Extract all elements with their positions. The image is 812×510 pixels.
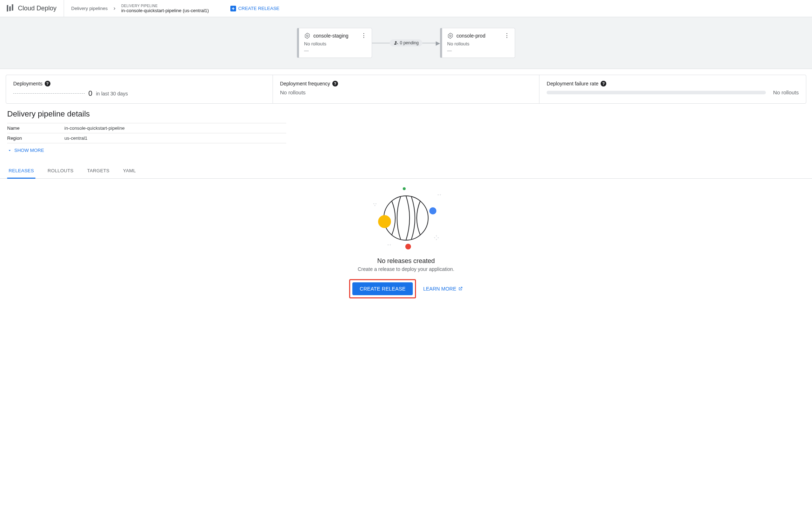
- pipeline-graph: console-staging ⋮ No rollouts — ▶ 0 pend…: [0, 17, 812, 69]
- learn-more-label: LEARN MORE: [423, 286, 456, 292]
- breadcrumb-label: DELIVERY PIPELINE: [121, 4, 209, 8]
- metric-failure-rate: Deployment failure rate ? No rollouts: [539, 75, 806, 103]
- plus-icon: +: [230, 6, 236, 11]
- pending-badge[interactable]: 0 pending: [390, 39, 422, 46]
- metric-deployments: Deployments ? 0 in last 30 days: [6, 75, 273, 103]
- metric-title: Deployments: [13, 81, 43, 86]
- detail-row: Region us-central1: [7, 133, 286, 143]
- show-more-button[interactable]: SHOW MORE: [7, 148, 805, 153]
- stage-name: console-prod: [456, 33, 501, 39]
- metric-title: Deployment failure rate: [547, 81, 598, 86]
- svg-point-0: [307, 35, 308, 37]
- create-release-button[interactable]: CREATE RELEASE: [352, 282, 412, 295]
- detail-key: Region: [7, 135, 64, 141]
- svg-point-13: [434, 237, 435, 238]
- svg-point-3: [378, 215, 391, 228]
- help-icon[interactable]: ?: [332, 81, 338, 86]
- svg-point-11: [438, 237, 439, 238]
- target-icon: [304, 33, 310, 39]
- stage-dash: —: [447, 48, 510, 53]
- cloud-deploy-icon: [6, 4, 14, 13]
- detail-val: us-central1: [64, 135, 87, 141]
- arrow-right-icon: ▶: [436, 40, 440, 46]
- help-icon[interactable]: ?: [601, 81, 606, 86]
- svg-point-14: [438, 194, 439, 195]
- svg-point-6: [403, 187, 406, 190]
- svg-point-5: [405, 244, 411, 249]
- metric-count: 0: [88, 89, 92, 98]
- svg-point-9: [375, 205, 376, 206]
- svg-point-2: [384, 196, 428, 240]
- page-header: Cloud Deploy Delivery pipelines DELIVERY…: [0, 0, 812, 17]
- svg-point-4: [429, 207, 436, 214]
- show-more-label: SHOW MORE: [14, 148, 44, 153]
- details-heading: Delivery pipeline details: [7, 109, 805, 119]
- metric-suffix: in last 30 days: [96, 91, 128, 96]
- learn-more-link[interactable]: LEARN MORE: [423, 286, 463, 292]
- more-vert-icon[interactable]: ⋮: [361, 33, 367, 39]
- svg-point-16: [388, 244, 389, 246]
- empty-illustration: [367, 186, 445, 250]
- tab-yaml[interactable]: YAML: [122, 164, 137, 178]
- breadcrumb-parent[interactable]: Delivery pipelines: [71, 6, 108, 11]
- svg-point-8: [376, 203, 377, 204]
- help-icon[interactable]: ?: [45, 81, 50, 86]
- breadcrumb-value: in-console-quickstart-pipeline (us-centr…: [121, 8, 209, 13]
- empty-state: No releases created Create a release to …: [0, 179, 812, 313]
- metric-frequency: Deployment frequency ? No rollouts: [273, 75, 540, 103]
- breadcrumb-current: DELIVERY PIPELINE in-console-quickstart-…: [121, 4, 209, 13]
- stage-card-staging[interactable]: console-staging ⋮ No rollouts —: [297, 28, 372, 58]
- svg-point-10: [436, 236, 437, 237]
- stage-card-prod[interactable]: console-prod ⋮ No rollouts —: [440, 28, 515, 58]
- create-release-top-button[interactable]: + CREATE RELEASE: [230, 6, 279, 11]
- product-name: Cloud Deploy: [18, 5, 57, 12]
- svg-point-7: [373, 203, 375, 204]
- svg-point-1: [450, 35, 451, 37]
- failure-bar-empty: [547, 91, 766, 94]
- metric-title: Deployment frequency: [280, 81, 330, 86]
- more-vert-icon[interactable]: ⋮: [504, 33, 510, 39]
- metrics-panel: Deployments ? 0 in last 30 days Deployme…: [6, 75, 806, 104]
- breadcrumb: Delivery pipelines DELIVERY PIPELINE in-…: [64, 0, 216, 17]
- tabs: RELEASES ROLLOUTS TARGETS YAML: [0, 164, 812, 179]
- svg-point-12: [436, 239, 437, 240]
- empty-title: No releases created: [377, 257, 435, 265]
- sparkline-empty: [13, 93, 85, 94]
- metric-value: No rollouts: [773, 89, 799, 95]
- stage-name: console-staging: [313, 33, 358, 39]
- stage-status: No rollouts: [447, 41, 510, 46]
- chevron-right-icon: [112, 6, 117, 11]
- stage-dash: —: [304, 48, 367, 53]
- stage-connector: ▶ 0 pending: [372, 40, 440, 46]
- svg-point-17: [390, 244, 391, 246]
- create-release-top-label: CREATE RELEASE: [238, 6, 279, 11]
- tab-targets[interactable]: TARGETS: [86, 164, 111, 178]
- target-icon: [447, 33, 454, 39]
- empty-subtitle: Create a release to deploy your applicat…: [358, 266, 454, 272]
- pending-badge-text: 0 pending: [400, 40, 419, 45]
- chevron-down-icon: [7, 148, 12, 153]
- external-link-icon: [458, 286, 463, 291]
- svg-point-15: [440, 194, 441, 195]
- detail-key: Name: [7, 125, 64, 131]
- tab-rollouts[interactable]: ROLLOUTS: [46, 164, 75, 178]
- metric-value: No rollouts: [280, 89, 532, 95]
- product-logo: Cloud Deploy: [6, 0, 64, 17]
- detail-row: Name in-console-quickstart-pipeline: [7, 123, 286, 133]
- stage-status: No rollouts: [304, 41, 367, 46]
- detail-val: in-console-quickstart-pipeline: [64, 125, 124, 131]
- approval-icon: [393, 40, 398, 45]
- tab-releases[interactable]: RELEASES: [7, 164, 35, 179]
- highlight-annotation: CREATE RELEASE: [349, 279, 416, 298]
- pipeline-details: Delivery pipeline details Name in-consol…: [0, 109, 812, 157]
